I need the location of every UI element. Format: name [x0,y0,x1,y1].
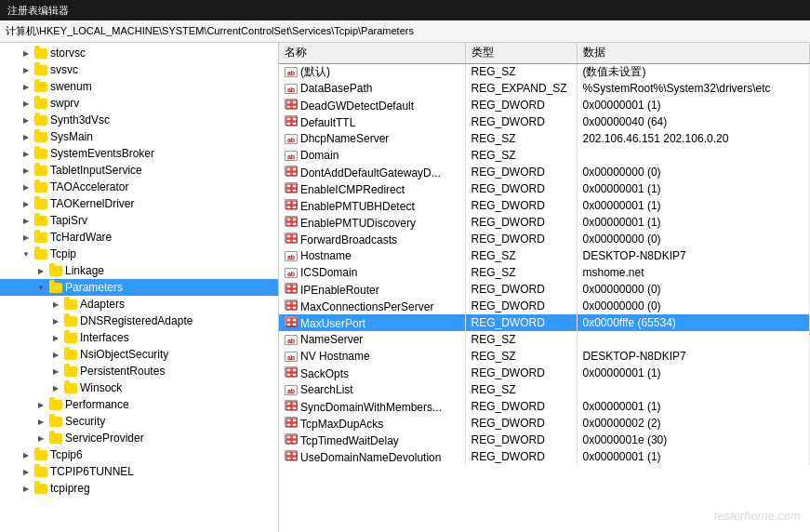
svg-rect-14 [286,189,291,193]
cell-name-15: MaxUserPort [279,314,465,331]
registry-scroll[interactable]: 名称 类型 数据 ab(默认)REG_SZ(数值未设置)abDataBasePa… [279,43,810,532]
tree-item-tcpip6tunnel[interactable]: TCPIP6TUNNEL [0,463,278,480]
svg-rect-36 [286,318,291,322]
tree-item-interfaces[interactable]: Interfaces [0,329,278,346]
cell-name-text-5: Domain [300,149,339,162]
tree-item-performance[interactable]: Performance [0,396,278,413]
cell-name-text-23: UseDomainNameDevolution [300,451,441,464]
folder-icon-winsock [63,380,78,395]
col-header-type: 类型 [465,43,577,63]
folder-icon-performance [48,397,63,412]
tree-item-tchardware[interactable]: TcHardWare [0,229,278,246]
reg-icon-ab: ab [285,134,298,144]
tree-item-synth3dvsc[interactable]: Synth3dVsc [0,112,278,128]
table-row[interactable]: SyncDomainWithMembers...REG_DWORD0x00000… [279,398,810,415]
cell-type-2: REG_DWORD [465,97,577,113]
svg-rect-33 [292,301,297,305]
cell-type-15: REG_DWORD [465,314,577,331]
tree-item-adapters[interactable]: Adapters [0,296,278,313]
reg-icon-dword [285,316,298,326]
tree-arrow-persistentroutes [48,364,63,379]
table-row[interactable]: abICSDomainREG_SZmshome.net [279,264,810,281]
table-row[interactable]: MaxConnectionsPerServerREG_DWORD0x000000… [279,298,810,314]
svg-rect-45 [292,402,297,406]
folder-icon-serviceprovider [48,431,63,446]
table-row[interactable]: abNV HostnameREG_SZDESKTOP-N8DKIP7 [279,348,810,365]
svg-rect-38 [286,323,291,326]
table-row[interactable]: SackOptsREG_DWORD0x00000001 (1) [279,365,810,381]
registry-table: 名称 类型 数据 ab(默认)REG_SZ(数值未设置)abDataBasePa… [279,43,810,465]
table-row[interactable]: DontAddDefaultGatewayD...REG_DWORD0x0000… [279,164,810,180]
table-row[interactable]: abDhcpNameServerREG_SZ202.106.46.151 202… [279,130,810,147]
table-row[interactable]: EnablePMTUDiscoveryREG_DWORD0x00000001 (… [279,214,810,231]
reg-icon-ab: ab [285,352,298,362]
tree-arrow-swprv [19,96,33,111]
tree-item-svsvc[interactable]: svsvc [0,61,278,78]
svg-rect-31 [292,289,297,293]
cell-name-11: abHostname [279,247,465,264]
tree-label-taokerneldriver: TAOKernelDriver [50,195,134,212]
tree-item-tapisrv[interactable]: TapiSrv [0,212,278,229]
table-row[interactable]: EnablePMTUBHDetectREG_DWORD0x00000001 (1… [279,197,810,214]
svg-rect-56 [286,452,291,456]
table-row[interactable]: IPEnableRouterREG_DWORD0x00000000 (0) [279,281,810,298]
folder-icon-tcpip [33,246,48,261]
registry-panel: 名称 类型 数据 ab(默认)REG_SZ(数值未设置)abDataBasePa… [279,43,810,532]
cell-name-2: DeadGWDetectDefault [279,97,465,113]
cell-type-5: REG_SZ [465,147,577,164]
table-row[interactable]: abSearchListREG_SZ [279,381,810,398]
table-row[interactable]: TcpTimedWaitDelayREG_DWORD0x0000001e (30… [279,432,810,448]
tree-item-tcpipreg[interactable]: tcpipreg [0,480,278,497]
svg-rect-9 [292,167,297,171]
tree-item-serviceprovider[interactable]: ServiceProvider [0,430,278,446]
reg-icon-dword [285,417,298,427]
tree-arrow-systemeventsbroker [19,146,33,161]
svg-rect-16 [286,201,291,205]
cell-type-10: REG_DWORD [465,231,577,247]
tree-arrow-svsvc [19,62,33,77]
tree-item-persistentroutes[interactable]: PersistentRoutes [0,363,278,379]
tree-item-tabletinputservice[interactable]: TabletInputService [0,162,278,179]
tree-item-tcpip[interactable]: Tcpip [0,246,278,262]
tree-item-taokerneldriver[interactable]: TAOKernelDriver [0,195,278,212]
content-area: storvscsvsvcswenumswprvSynth3dVscSysMain… [0,43,810,532]
tree-item-taoaccelerator[interactable]: TAOAccelerator [0,179,278,195]
folder-icon-swprv [33,96,48,111]
table-row[interactable]: abNameServerREG_SZ [279,331,810,348]
tree-item-swenum[interactable]: swenum [0,78,278,95]
table-row[interactable]: DefaultTTLREG_DWORD0x00000040 (64) [279,113,810,130]
reg-icon-ab: ab [285,385,298,395]
table-row[interactable]: abDataBasePathREG_EXPAND_SZ%SystemRoot%\… [279,80,810,97]
tree-item-linkage[interactable]: Linkage [0,262,278,279]
table-row[interactable]: EnableICMPRedirectREG_DWORD0x00000001 (1… [279,180,810,197]
tree-item-winsock[interactable]: Winsock [0,379,278,396]
table-row[interactable]: abHostnameREG_SZDESKTOP-N8DKIP7 [279,247,810,264]
cell-name-text-8: EnablePMTUBHDetect [300,200,415,213]
cell-name-16: abNameServer [279,331,465,348]
tree-item-dnsregisteredadapte[interactable]: DNSRegisteredAdapte [0,313,278,329]
cell-type-19: REG_SZ [465,381,577,398]
table-row[interactable]: TcpMaxDupAcksREG_DWORD0x00000002 (2) [279,415,810,432]
folder-icon-sysmain [33,129,48,144]
tree-item-systemeventsbroker[interactable]: SystemEventsBroker [0,145,278,162]
table-row[interactable]: ab(默认)REG_SZ(数值未设置) [279,63,810,80]
table-row[interactable]: DeadGWDetectDefaultREG_DWORD0x00000001 (… [279,97,810,113]
folder-icon-dnsregisteredadapte [63,313,78,328]
svg-rect-57 [292,452,297,456]
tree-item-storvsc[interactable]: storvsc [0,45,278,61]
tree-item-nsiobjectsecurity[interactable]: NsiObjectSecurity [0,346,278,363]
cell-name-text-16: NameServer [300,333,363,346]
table-row[interactable]: abDomainREG_SZ [279,147,810,164]
table-row[interactable]: UseDomainNameDevolutionREG_DWORD0x000000… [279,448,810,465]
tree-item-security[interactable]: Security [0,413,278,430]
tree-item-tcpip6[interactable]: Tcpip6 [0,446,278,463]
cell-name-text-10: ForwardBroadcasts [300,233,397,246]
tree-item-parameters[interactable]: Parameters [0,279,278,296]
tree-item-sysmain[interactable]: SysMain [0,128,278,145]
reg-icon-dword [285,216,298,226]
table-row[interactable]: ForwardBroadcastsREG_DWORD0x00000000 (0) [279,231,810,247]
reg-icon-dword [285,166,298,176]
table-row[interactable]: MaxUserPortREG_DWORD0x0000fffe (65534) [279,314,810,331]
cell-data-14: 0x00000000 (0) [577,298,810,314]
tree-item-swprv[interactable]: swprv [0,95,278,112]
